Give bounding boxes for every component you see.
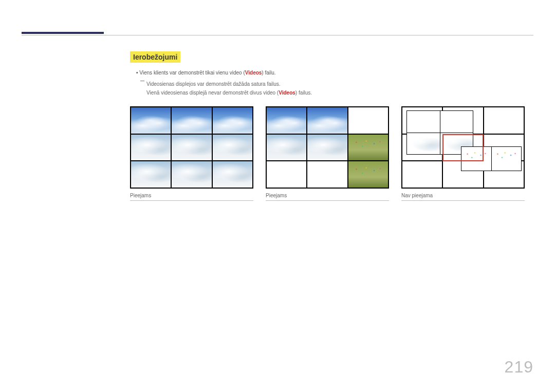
wall-cell-blank	[348, 107, 388, 134]
videowall-example-3: Nav pieejama	[401, 106, 525, 201]
wall1-caption: Pieejams	[130, 193, 253, 198]
bullet-text-prefix: Viens klients var demonstrēt tikai vienu…	[139, 70, 245, 76]
note-line-1: Videosienas displejos var demonstrēt daž…	[146, 80, 533, 88]
videowall-example-2: Pieejams	[266, 106, 389, 201]
wall-cell	[213, 135, 252, 161]
bullet-item: Viens klients var demonstrēt tikai vienu…	[130, 69, 533, 77]
wall-cell	[172, 161, 211, 188]
wall2-caption: Pieejams	[266, 193, 389, 198]
mini-cell	[440, 111, 473, 133]
wall-cell	[213, 161, 252, 188]
wall3-caption: Nav pieejama	[401, 193, 525, 198]
wall-cell	[307, 107, 347, 134]
wall-cell-blank	[267, 161, 306, 188]
header-accent-bar	[22, 32, 104, 34]
wall-cell	[172, 135, 211, 161]
header-divider	[22, 35, 533, 35]
caption-divider	[401, 200, 525, 201]
wall2-grid	[266, 106, 389, 189]
wall-cell	[131, 161, 171, 188]
wall-cell	[213, 107, 252, 134]
bullet-accent: Videos	[245, 70, 262, 76]
mini-cell	[461, 147, 491, 171]
mini-cell	[407, 133, 440, 155]
wall-cell-blank	[484, 107, 524, 134]
wall-cell	[172, 107, 211, 134]
wall1-grid	[130, 106, 253, 189]
wall-cell-blank	[307, 161, 347, 188]
wall3-grid	[401, 106, 525, 189]
section-heading: Ierobežojumi	[130, 51, 180, 63]
wall-cell-blank	[402, 161, 442, 188]
wall-cell	[267, 107, 306, 134]
content-area: Ierobežojumi Viens klients var demonstrē…	[130, 51, 533, 201]
caption-divider	[130, 200, 253, 201]
caption-divider	[266, 200, 389, 201]
wall-cell	[131, 107, 171, 134]
note-block: Videosienas displejos var demonstrēt daž…	[130, 80, 533, 97]
videowall-row: Pieejams Pieejams	[130, 106, 533, 201]
videowall-example-1: Pieejams	[130, 106, 253, 201]
page-number: 219	[505, 358, 533, 377]
note-dash-icon	[140, 81, 144, 81]
wall-cell	[348, 161, 388, 188]
note2-prefix: Vienā videosienas displejā nevar demonst…	[146, 90, 279, 96]
wall-cell	[267, 135, 306, 161]
note2-accent: Videos	[279, 90, 295, 96]
note2-suffix: ) failus.	[295, 90, 312, 96]
wall-cell	[131, 135, 171, 161]
note-line-2: Vienā videosienas displejā nevar demonst…	[146, 88, 533, 97]
mini-cell	[407, 111, 440, 133]
mini-cell	[492, 147, 522, 171]
wall-cell	[348, 135, 388, 161]
wall-cell	[307, 135, 347, 161]
wall3-video-b	[461, 146, 522, 171]
bullet-text-suffix: ) failu.	[262, 70, 275, 76]
